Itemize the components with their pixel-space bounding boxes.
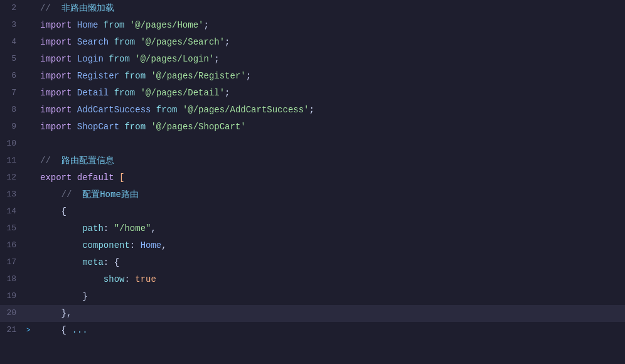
line-number: 6 bbox=[0, 70, 26, 83]
token-punctuation: ; bbox=[225, 37, 230, 47]
token-key: meta bbox=[82, 257, 104, 267]
line-number: 19 bbox=[0, 290, 26, 303]
code-line-2: 2// 非路由懒加载 bbox=[0, 0, 625, 17]
token-identifier: Login bbox=[77, 54, 104, 64]
token-colon: : bbox=[104, 257, 114, 267]
token-comma: , bbox=[161, 240, 166, 250]
token-plain bbox=[98, 20, 103, 30]
token-plain bbox=[72, 37, 77, 47]
token-string: '@/pages/Detail' bbox=[141, 88, 225, 98]
token-comment-text: 非路由懒加载 bbox=[61, 3, 114, 13]
code-line-19: 19 } bbox=[0, 288, 625, 305]
token-comment-slash: // bbox=[40, 3, 61, 13]
line-content: import AddCartSuccess from '@/pages/AddC… bbox=[35, 103, 625, 117]
token-plain bbox=[130, 54, 135, 64]
token-plain bbox=[135, 37, 140, 47]
line-number: 2 bbox=[0, 2, 26, 15]
line-number: 21 bbox=[0, 324, 26, 337]
line-number: 13 bbox=[0, 188, 26, 201]
token-plain bbox=[104, 54, 109, 64]
token-punctuation: ; bbox=[214, 54, 219, 64]
token-punctuation: ; bbox=[203, 20, 208, 30]
line-number: 7 bbox=[0, 87, 26, 100]
token-comment-slash: // bbox=[61, 190, 83, 200]
token-plain bbox=[72, 54, 77, 64]
token-plain bbox=[177, 105, 182, 115]
token-comma: , bbox=[67, 308, 72, 318]
token-kw-import: import bbox=[40, 20, 72, 30]
token-colon: : bbox=[130, 240, 141, 250]
line-content: // 路由配置信息 bbox=[35, 154, 625, 168]
token-plain bbox=[151, 105, 156, 115]
token-plain bbox=[72, 71, 77, 81]
token-comment-text: 配置Home路由 bbox=[82, 190, 139, 200]
token-brace: { bbox=[61, 206, 67, 217]
token-identifier: ShopCart bbox=[77, 122, 119, 132]
code-line-10: 10 bbox=[0, 136, 625, 153]
token-string: '@/pages/Register' bbox=[151, 71, 245, 81]
line-content: import ShopCart from '@/pages/ShopCart' bbox=[35, 120, 625, 134]
line-content: { ... bbox=[35, 323, 625, 337]
token-kw-from: from bbox=[124, 122, 146, 132]
line-content: component: Home, bbox=[35, 238, 625, 252]
token-plain bbox=[135, 88, 140, 98]
token-string: '@/pages/Home' bbox=[130, 20, 204, 30]
line-content: } bbox=[35, 289, 625, 303]
token-plain bbox=[72, 105, 77, 115]
token-value-str: "/home" bbox=[114, 223, 151, 233]
token-identifier: Home bbox=[77, 20, 99, 30]
token-identifier: Search bbox=[77, 37, 109, 47]
token-identifier: AddCartSuccess bbox=[77, 105, 151, 115]
token-string: '@/pages/Login' bbox=[135, 54, 214, 64]
line-content: import Search from '@/pages/Search'; bbox=[35, 35, 625, 49]
token-bracket: [ bbox=[119, 173, 124, 183]
line-content: { bbox=[35, 205, 625, 218]
code-line-14: 14 { bbox=[0, 203, 625, 220]
token-comment-slash: // bbox=[40, 156, 61, 166]
token-string: '@/pages/ShopCart' bbox=[151, 122, 245, 132]
token-kw-export: export bbox=[40, 173, 72, 183]
token-punctuation: ; bbox=[225, 88, 230, 98]
token-kw-from: from bbox=[156, 105, 178, 115]
line-content: export default [ bbox=[35, 171, 625, 185]
line-number: 18 bbox=[0, 273, 26, 286]
token-kw-from: from bbox=[124, 71, 146, 81]
line-number: 17 bbox=[0, 256, 26, 269]
token-plain bbox=[124, 20, 129, 30]
gutter-arrow[interactable]: > bbox=[26, 325, 35, 336]
code-line-3: 3import Home from '@/pages/Home'; bbox=[0, 17, 625, 34]
code-line-6: 6import Register from '@/pages/Register'… bbox=[0, 68, 625, 85]
token-plain bbox=[114, 173, 119, 183]
line-content: import Login from '@/pages/Login'; bbox=[35, 52, 625, 66]
line-number: 3 bbox=[0, 19, 26, 32]
token-kw-import: import bbox=[40, 71, 72, 81]
token-kw-from: from bbox=[104, 20, 125, 30]
line-content: meta: { bbox=[35, 255, 625, 269]
line-number: 8 bbox=[0, 104, 26, 117]
token-string: '@/pages/Search' bbox=[141, 37, 225, 47]
token-kw-import: import bbox=[40, 88, 72, 98]
token-kw-from: from bbox=[114, 88, 136, 98]
code-line-13: 13 // 配置Home路由 bbox=[0, 186, 625, 203]
token-kw-import: import bbox=[40, 122, 72, 132]
token-comma: , bbox=[151, 223, 156, 233]
line-content: // 配置Home路由 bbox=[35, 188, 625, 201]
line-number: 5 bbox=[0, 53, 26, 66]
token-plain bbox=[72, 122, 77, 132]
token-punctuation: ; bbox=[309, 105, 314, 115]
line-content: import Detail from '@/pages/Detail'; bbox=[35, 86, 625, 100]
token-kw-import: import bbox=[40, 37, 72, 47]
code-line-17: 17 meta: { bbox=[0, 254, 625, 271]
token-brace: { bbox=[114, 257, 119, 267]
line-number: 12 bbox=[0, 171, 26, 185]
token-kw-import: import bbox=[40, 54, 72, 64]
line-content: import Home from '@/pages/Home'; bbox=[35, 18, 625, 32]
code-content: 2// 非路由懒加载3import Home from '@/pages/Hom… bbox=[0, 0, 625, 364]
code-line-11: 11// 路由配置信息 bbox=[0, 153, 625, 169]
token-punctuation: ; bbox=[246, 71, 251, 81]
token-kw-import: import bbox=[40, 105, 72, 115]
code-line-18: 18 show: true bbox=[0, 271, 625, 288]
token-plain bbox=[109, 88, 114, 98]
token-comment-text: ... bbox=[72, 325, 87, 335]
code-line-20: 20 }, bbox=[0, 305, 625, 322]
